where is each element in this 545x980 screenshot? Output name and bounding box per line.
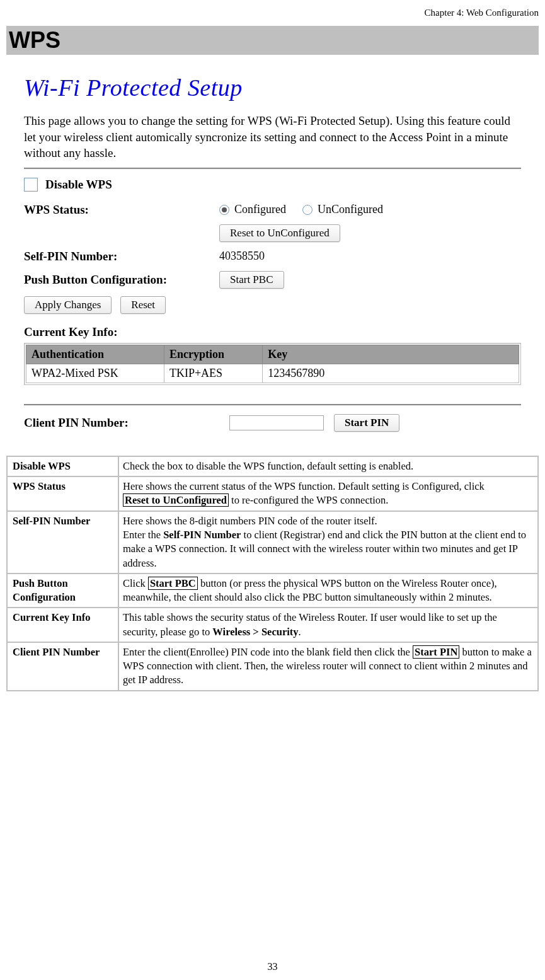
cell-auth: WPA2-Mixed PSK	[26, 364, 164, 383]
table-row: WPS Status Here shows the current status…	[8, 477, 537, 510]
keyinfo-table-wrap: Authentication Encryption Key WPA2-Mixed…	[24, 343, 521, 385]
keyinfo-table: Authentication Encryption Key WPA2-Mixed…	[26, 345, 519, 383]
desc-bold: Self-PIN Number	[163, 529, 241, 541]
disable-wps-checkbox[interactable]	[24, 178, 38, 192]
desc-fragment: Enter the	[123, 529, 163, 541]
cell-enc: TKIP+AES	[164, 364, 262, 383]
wps-status-label: WPS Status:	[24, 203, 219, 217]
desc-text: Click Start PBC button (or press the phy…	[119, 574, 537, 608]
field-description-table: Disable WPS Check the box to disable the…	[6, 456, 539, 691]
reset-to-unconfigured-button[interactable]: Reset to UnConfigured	[219, 224, 340, 242]
reset-button[interactable]: Reset	[120, 296, 166, 314]
desc-fragment: .	[299, 626, 301, 638]
radio-unconfigured[interactable]	[302, 205, 313, 215]
col-enc: Encryption	[164, 345, 262, 364]
radio-configured-label: Configured	[234, 203, 286, 216]
section-title-wps: WPS	[6, 26, 539, 55]
start-pin-ref: Start PIN	[413, 645, 459, 659]
desc-term: Disable WPS	[8, 457, 118, 476]
desc-text: Here shows the 8-digit numbers PIN code …	[119, 512, 537, 573]
wps-page-title: Wi-Fi Protected Setup	[24, 74, 521, 101]
radio-configured[interactable]	[219, 205, 229, 215]
col-auth: Authentication	[26, 345, 164, 364]
page-number: 33	[0, 961, 545, 972]
desc-term: Self-PIN Number	[8, 512, 118, 573]
apply-changes-button[interactable]: Apply Changes	[24, 296, 112, 314]
start-pbc-button[interactable]: Start PBC	[219, 271, 284, 289]
desc-term: Current Key Info	[8, 608, 118, 642]
pbc-label: Push Button Configuration:	[24, 273, 219, 287]
desc-fragment: Here shows the 8-digit numbers PIN code …	[123, 515, 377, 527]
start-pin-button[interactable]: Start PIN	[334, 414, 399, 432]
desc-fragment: Enter the client(Enrollee) PIN code into…	[123, 646, 413, 658]
chapter-header: Chapter 4: Web Configuration	[6, 8, 539, 18]
client-pin-input[interactable]	[229, 415, 324, 430]
table-row: Push Button Configuration Click Start PB…	[8, 574, 537, 608]
table-row: Client PIN Number Enter the client(Enrol…	[8, 643, 537, 690]
divider	[24, 168, 521, 169]
selfpin-label: Self-PIN Number:	[24, 250, 219, 263]
selfpin-value: 40358550	[219, 250, 265, 263]
cell-key: 1234567890	[263, 364, 519, 383]
desc-term: WPS Status	[8, 477, 118, 510]
current-key-info-heading: Current Key Info:	[24, 325, 521, 339]
table-row: WPA2-Mixed PSK TKIP+AES 1234567890	[26, 364, 519, 383]
radio-unconfigured-label: UnConfigured	[318, 203, 383, 216]
table-header-row: Authentication Encryption Key	[26, 345, 519, 364]
start-pbc-ref: Start PBC	[148, 577, 198, 590]
desc-fragment: Here shows the current status of the WPS…	[123, 480, 485, 492]
table-row: Disable WPS Check the box to disable the…	[8, 457, 537, 476]
clientpin-label: Client PIN Number:	[24, 416, 219, 430]
col-key: Key	[263, 345, 519, 364]
desc-fragment: to re-configured the WPS connection.	[229, 494, 389, 506]
wps-intro-text: This page allows you to change the setti…	[24, 113, 521, 161]
divider	[24, 404, 521, 405]
table-row: Current Key Info This table shows the se…	[8, 608, 537, 642]
desc-fragment: This table shows the security status of …	[123, 611, 497, 637]
wps-screenshot: Wi-Fi Protected Setup This page allows y…	[6, 66, 539, 451]
desc-text: Check the box to disable the WPS functio…	[119, 457, 537, 476]
table-row: Self-PIN Number Here shows the 8-digit n…	[8, 512, 537, 573]
desc-term: Push Button Configuration	[8, 574, 118, 608]
reset-unconfigured-ref: Reset to UnConfigured	[123, 493, 229, 507]
desc-term: Client PIN Number	[8, 643, 118, 690]
desc-text: This table shows the security status of …	[119, 608, 537, 642]
desc-text: Enter the client(Enrollee) PIN code into…	[119, 643, 537, 690]
desc-bold: Wireless > Security	[212, 626, 298, 638]
desc-fragment: Click	[123, 577, 148, 589]
disable-wps-label: Disable WPS	[45, 178, 112, 192]
desc-text: Here shows the current status of the WPS…	[119, 477, 537, 510]
